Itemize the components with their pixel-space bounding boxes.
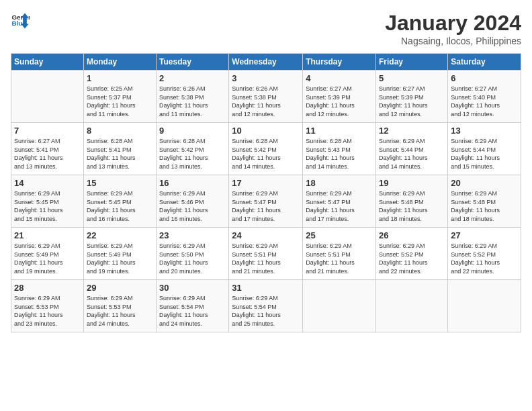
day-number: 16 — [159, 178, 226, 188]
calendar-cell: 16Sunrise: 6:29 AM Sunset: 5:46 PM Dayli… — [157, 175, 229, 228]
calendar-cell: 25Sunrise: 6:29 AM Sunset: 5:51 PM Dayli… — [303, 228, 376, 280]
day-number: 18 — [306, 178, 373, 188]
calendar-cell: 31Sunrise: 6:29 AM Sunset: 5:54 PM Dayli… — [229, 280, 303, 332]
calendar-container: General Blue January 2024 Nagsaing, Iloc… — [0, 0, 532, 411]
calendar-cell — [376, 280, 448, 332]
calendar-cell: 9Sunrise: 6:28 AM Sunset: 5:42 PM Daylig… — [157, 123, 229, 175]
calendar-header: General Blue January 2024 Nagsaing, Iloc… — [11, 11, 521, 46]
title-block: January 2024 Nagsaing, Ilocos, Philippin… — [385, 11, 521, 46]
calendar-cell: 8Sunrise: 6:28 AM Sunset: 5:41 PM Daylig… — [83, 123, 156, 175]
calendar-week-row: 21Sunrise: 6:29 AM Sunset: 5:49 PM Dayli… — [11, 228, 521, 280]
calendar-cell: 28Sunrise: 6:29 AM Sunset: 5:53 PM Dayli… — [11, 280, 84, 332]
day-number: 20 — [451, 178, 518, 188]
day-info: Sunrise: 6:29 AM Sunset: 5:53 PM Dayligh… — [87, 294, 153, 328]
calendar-cell: 17Sunrise: 6:29 AM Sunset: 5:47 PM Dayli… — [229, 175, 303, 228]
day-info: Sunrise: 6:29 AM Sunset: 5:45 PM Dayligh… — [87, 189, 153, 223]
day-info: Sunrise: 6:28 AM Sunset: 5:41 PM Dayligh… — [87, 137, 153, 171]
day-number: 17 — [232, 178, 300, 188]
day-number: 27 — [451, 230, 518, 240]
day-number: 19 — [379, 178, 445, 188]
column-header-tuesday: Tuesday — [157, 54, 229, 71]
day-number: 29 — [87, 283, 153, 293]
calendar-cell: 30Sunrise: 6:29 AM Sunset: 5:54 PM Dayli… — [157, 280, 229, 332]
calendar-cell: 10Sunrise: 6:28 AM Sunset: 5:42 PM Dayli… — [229, 123, 303, 175]
day-info: Sunrise: 6:28 AM Sunset: 5:42 PM Dayligh… — [159, 137, 226, 171]
day-info: Sunrise: 6:29 AM Sunset: 5:47 PM Dayligh… — [306, 189, 373, 223]
calendar-cell: 29Sunrise: 6:29 AM Sunset: 5:53 PM Dayli… — [83, 280, 156, 332]
day-info: Sunrise: 6:29 AM Sunset: 5:47 PM Dayligh… — [232, 189, 300, 223]
calendar-cell: 7Sunrise: 6:27 AM Sunset: 5:41 PM Daylig… — [11, 123, 84, 175]
calendar-cell — [448, 280, 521, 332]
calendar-week-row: 14Sunrise: 6:29 AM Sunset: 5:45 PM Dayli… — [11, 175, 521, 228]
day-number: 31 — [232, 283, 300, 293]
day-info: Sunrise: 6:29 AM Sunset: 5:52 PM Dayligh… — [379, 242, 445, 275]
day-info: Sunrise: 6:29 AM Sunset: 5:54 PM Dayligh… — [159, 294, 226, 328]
calendar-week-row: 1Sunrise: 6:25 AM Sunset: 5:37 PM Daylig… — [11, 71, 521, 123]
calendar-cell: 23Sunrise: 6:29 AM Sunset: 5:50 PM Dayli… — [157, 228, 229, 280]
day-info: Sunrise: 6:29 AM Sunset: 5:44 PM Dayligh… — [379, 137, 445, 171]
day-number: 15 — [87, 178, 153, 188]
day-number: 6 — [451, 73, 518, 83]
day-info: Sunrise: 6:29 AM Sunset: 5:48 PM Dayligh… — [451, 189, 518, 223]
calendar-cell — [11, 71, 84, 123]
day-number: 30 — [159, 283, 226, 293]
location-subtitle: Nagsaing, Ilocos, Philippines — [385, 36, 521, 46]
calendar-cell: 20Sunrise: 6:29 AM Sunset: 5:48 PM Dayli… — [448, 175, 521, 228]
calendar-table: SundayMondayTuesdayWednesdayThursdayFrid… — [11, 53, 521, 332]
logo: General Blue — [11, 11, 30, 30]
day-info: Sunrise: 6:26 AM Sunset: 5:38 PM Dayligh… — [159, 85, 226, 118]
day-number: 4 — [306, 73, 373, 83]
day-number: 28 — [14, 283, 81, 293]
day-info: Sunrise: 6:29 AM Sunset: 5:46 PM Dayligh… — [159, 189, 226, 223]
column-header-monday: Monday — [83, 54, 156, 71]
calendar-week-row: 7Sunrise: 6:27 AM Sunset: 5:41 PM Daylig… — [11, 123, 521, 175]
day-number: 10 — [232, 126, 300, 136]
calendar-cell: 15Sunrise: 6:29 AM Sunset: 5:45 PM Dayli… — [83, 175, 156, 228]
day-number: 14 — [14, 178, 81, 188]
column-header-sunday: Sunday — [11, 54, 84, 71]
day-number: 24 — [232, 230, 300, 240]
day-number: 8 — [87, 126, 153, 136]
calendar-cell: 21Sunrise: 6:29 AM Sunset: 5:49 PM Dayli… — [11, 228, 84, 280]
calendar-cell: 24Sunrise: 6:29 AM Sunset: 5:51 PM Dayli… — [229, 228, 303, 280]
column-header-saturday: Saturday — [448, 54, 521, 71]
day-info: Sunrise: 6:29 AM Sunset: 5:48 PM Dayligh… — [379, 189, 445, 223]
day-number: 23 — [159, 230, 226, 240]
day-info: Sunrise: 6:29 AM Sunset: 5:53 PM Dayligh… — [14, 294, 81, 328]
calendar-cell: 14Sunrise: 6:29 AM Sunset: 5:45 PM Dayli… — [11, 175, 84, 228]
day-number: 13 — [451, 126, 518, 136]
day-info: Sunrise: 6:27 AM Sunset: 5:39 PM Dayligh… — [379, 85, 445, 118]
calendar-cell: 22Sunrise: 6:29 AM Sunset: 5:49 PM Dayli… — [83, 228, 156, 280]
day-info: Sunrise: 6:25 AM Sunset: 5:37 PM Dayligh… — [87, 85, 153, 118]
day-number: 5 — [379, 73, 445, 83]
logo-icon: General Blue — [11, 11, 30, 30]
calendar-header-row: SundayMondayTuesdayWednesdayThursdayFrid… — [11, 54, 521, 71]
day-info: Sunrise: 6:29 AM Sunset: 5:51 PM Dayligh… — [306, 242, 373, 275]
calendar-cell: 19Sunrise: 6:29 AM Sunset: 5:48 PM Dayli… — [376, 175, 448, 228]
day-number: 11 — [306, 126, 373, 136]
day-info: Sunrise: 6:29 AM Sunset: 5:49 PM Dayligh… — [14, 242, 81, 275]
day-info: Sunrise: 6:27 AM Sunset: 5:41 PM Dayligh… — [14, 137, 81, 171]
day-info: Sunrise: 6:28 AM Sunset: 5:42 PM Dayligh… — [232, 137, 300, 171]
day-number: 21 — [14, 230, 81, 240]
calendar-week-row: 28Sunrise: 6:29 AM Sunset: 5:53 PM Dayli… — [11, 280, 521, 332]
day-number: 7 — [14, 126, 81, 136]
calendar-cell: 5Sunrise: 6:27 AM Sunset: 5:39 PM Daylig… — [376, 71, 448, 123]
day-number: 26 — [379, 230, 445, 240]
calendar-cell: 27Sunrise: 6:29 AM Sunset: 5:52 PM Dayli… — [448, 228, 521, 280]
day-info: Sunrise: 6:27 AM Sunset: 5:39 PM Dayligh… — [306, 85, 373, 118]
month-title: January 2024 — [385, 11, 521, 36]
calendar-cell: 18Sunrise: 6:29 AM Sunset: 5:47 PM Dayli… — [303, 175, 376, 228]
calendar-cell: 6Sunrise: 6:27 AM Sunset: 5:40 PM Daylig… — [448, 71, 521, 123]
calendar-cell: 3Sunrise: 6:26 AM Sunset: 5:38 PM Daylig… — [229, 71, 303, 123]
day-number: 2 — [159, 73, 226, 83]
day-info: Sunrise: 6:29 AM Sunset: 5:50 PM Dayligh… — [159, 242, 226, 275]
calendar-cell: 4Sunrise: 6:27 AM Sunset: 5:39 PM Daylig… — [303, 71, 376, 123]
day-info: Sunrise: 6:26 AM Sunset: 5:38 PM Dayligh… — [232, 85, 300, 118]
calendar-cell: 26Sunrise: 6:29 AM Sunset: 5:52 PM Dayli… — [376, 228, 448, 280]
day-info: Sunrise: 6:29 AM Sunset: 5:45 PM Dayligh… — [14, 189, 81, 223]
column-header-wednesday: Wednesday — [229, 54, 303, 71]
day-number: 9 — [159, 126, 226, 136]
day-number: 1 — [87, 73, 153, 83]
column-header-thursday: Thursday — [303, 54, 376, 71]
